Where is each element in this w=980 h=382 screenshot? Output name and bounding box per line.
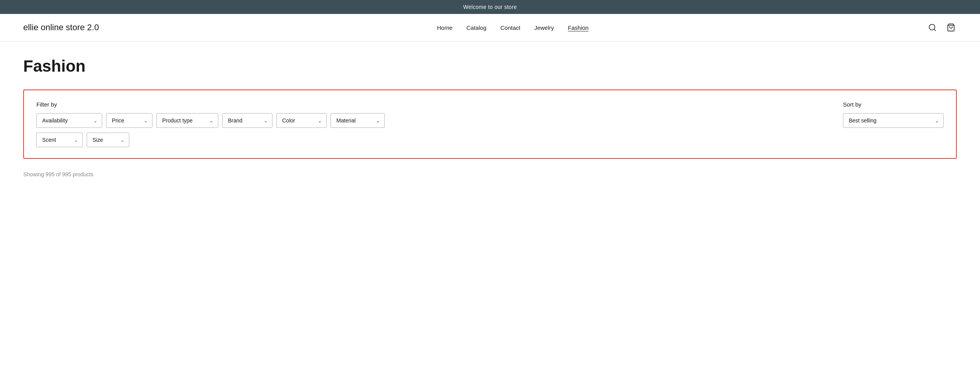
color-select[interactable]: Color: [276, 113, 327, 128]
sort-section: Sort by Best selling Price: Low to High …: [843, 101, 944, 128]
nav-item-contact[interactable]: Contact: [500, 24, 521, 31]
size-select[interactable]: Size: [87, 132, 129, 147]
page-title: Fashion: [23, 57, 957, 76]
sort-select[interactable]: Best selling Price: Low to High Price: H…: [843, 113, 944, 128]
main-content: Fashion Filter by Availability ⌄ Price ⌄: [0, 41, 980, 185]
announcement-bar: Welcome to our store: [0, 0, 980, 14]
material-select[interactable]: Material: [331, 113, 385, 128]
products-count: Showing 995 of 995 products: [23, 171, 957, 177]
size-wrapper: Size ⌄: [87, 132, 129, 147]
announcement-text: Welcome to our store: [463, 4, 517, 10]
header-icons: [927, 22, 957, 33]
availability-select[interactable]: Availability: [36, 113, 102, 128]
price-wrapper: Price ⌄: [106, 113, 152, 128]
filter-label: Filter by: [36, 101, 835, 108]
scent-wrapper: Scent ⌄: [36, 132, 83, 147]
search-button[interactable]: [927, 22, 938, 33]
search-icon: [928, 23, 937, 32]
header: ellie online store 2.0 Home Catalog Cont…: [0, 14, 980, 41]
nav-item-home[interactable]: Home: [437, 24, 452, 31]
availability-wrapper: Availability ⌄: [36, 113, 102, 128]
filter-section: Filter by Availability ⌄ Price ⌄: [36, 101, 835, 147]
logo: ellie online store 2.0: [23, 22, 99, 33]
sort-label: Sort by: [843, 101, 944, 108]
main-nav: Home Catalog Contact Jewelry Fashion: [437, 24, 589, 31]
filter-row-1: Availability ⌄ Price ⌄ Product type ⌄: [36, 113, 835, 128]
price-select[interactable]: Price: [106, 113, 152, 128]
color-wrapper: Color ⌄: [276, 113, 327, 128]
brand-wrapper: Brand ⌄: [222, 113, 272, 128]
product-type-select[interactable]: Product type: [156, 113, 218, 128]
sort-wrapper: Best selling Price: Low to High Price: H…: [843, 113, 944, 128]
filter-sort-box: Filter by Availability ⌄ Price ⌄: [23, 89, 957, 159]
brand-select[interactable]: Brand: [222, 113, 272, 128]
nav-item-catalog[interactable]: Catalog: [466, 24, 487, 31]
nav-item-fashion[interactable]: Fashion: [568, 24, 588, 31]
product-type-wrapper: Product type ⌄: [156, 113, 218, 128]
nav-item-jewelry[interactable]: Jewelry: [534, 24, 554, 31]
scent-select[interactable]: Scent: [36, 132, 83, 147]
svg-line-1: [934, 29, 935, 31]
cart-icon: [947, 23, 955, 32]
material-wrapper: Material ⌄: [331, 113, 385, 128]
cart-button[interactable]: [945, 22, 957, 33]
filter-row-2: Scent ⌄ Size ⌄: [36, 132, 835, 147]
